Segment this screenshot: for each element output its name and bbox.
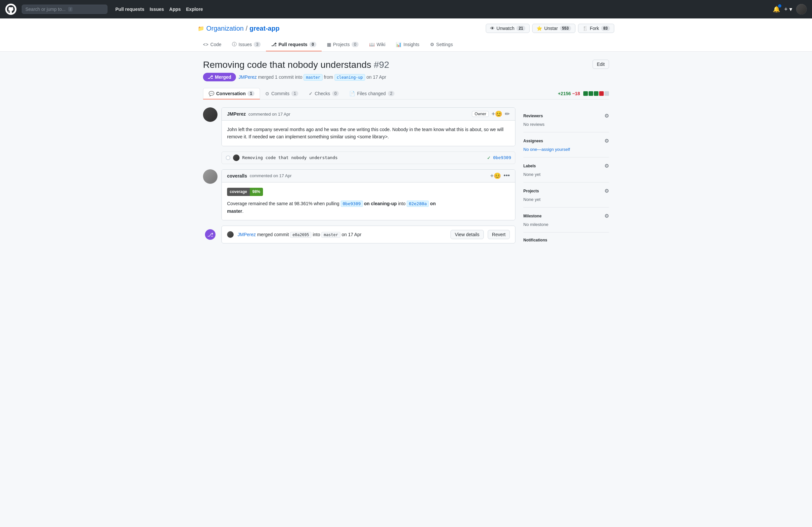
nav-apps[interactable]: Apps (169, 6, 181, 12)
diff-bar-green-2 (589, 91, 593, 96)
commit-check-icon: ✓ (488, 155, 491, 161)
merge-icon: ⎇ (208, 74, 213, 80)
comment-1-author: JMPerez (227, 111, 246, 117)
additions: +2156 (558, 91, 571, 96)
owner-badge: Owner (472, 111, 489, 117)
source-branch: cleaning-up (334, 74, 365, 81)
unwatch-button[interactable]: 👁 Unwatch 21 (486, 24, 530, 33)
target-branch: master (304, 74, 322, 81)
tab-conversation[interactable]: 💬 Conversation 1 (203, 88, 260, 100)
repo-name-link[interactable]: great-app (249, 25, 279, 32)
new-button[interactable]: + ▾ (784, 5, 792, 13)
tab-checks[interactable]: ✓ Checks 0 (304, 88, 344, 100)
tab-commits[interactable]: ⊙ Commits 1 (260, 88, 304, 100)
checks-icon: ✓ (309, 91, 313, 96)
comment-1-content: John left the company several months ago… (222, 120, 515, 146)
nav-issues[interactable]: Issues (150, 6, 164, 12)
coveralls-avatar (203, 169, 218, 184)
labels-section: Labels ⚙ None yet (523, 158, 609, 182)
view-details-button[interactable]: View details (450, 230, 483, 239)
tab-insights[interactable]: 📊 Insights (391, 38, 424, 52)
tab-projects[interactable]: ▦ Projects 0 (322, 38, 364, 52)
milestone-value: No milestone (523, 222, 548, 227)
pr-meta: ⎇ Merged JMPerez merged 1 commit into ma… (203, 73, 609, 82)
edit-comment-button[interactable]: ✏ (505, 110, 510, 118)
tab-pull-requests[interactable]: ⎇ Pull requests 0 (266, 38, 322, 52)
add-emoji-button[interactable]: +😊 (491, 110, 502, 118)
github-logo[interactable] (5, 4, 16, 15)
tab-wiki-label: Wiki (377, 42, 385, 47)
assignees-header: Assignees ⚙ (523, 138, 609, 144)
merge-author-avatar (227, 231, 234, 238)
search-kbd: / (68, 7, 72, 12)
commit-dot (226, 156, 230, 160)
tab-settings[interactable]: ⚙ Settings (425, 38, 459, 52)
revert-button[interactable]: Revert (488, 230, 510, 239)
labels-header: Labels ⚙ (523, 163, 609, 169)
repo-header: 📁 Organization / great-app 👁 Unwatch 21 … (0, 18, 812, 52)
merge-commit-text: JMPerez merged commit e0a2695 into maste… (237, 232, 447, 237)
commit-avatar (233, 155, 240, 161)
diff-bar-green-3 (594, 91, 598, 96)
more-options-button[interactable]: ••• (504, 172, 510, 179)
fork-count: 83 (601, 26, 610, 31)
unstar-button[interactable]: ⭐ Unstar 553 (532, 24, 575, 33)
tab-code[interactable]: <> Code (198, 38, 227, 52)
pr-title: Removing code that nobody understands #9… (203, 60, 389, 70)
conversation-count: 1 (247, 91, 255, 96)
diff-bar (583, 91, 609, 96)
coverage-badge: coverage 98% (227, 188, 263, 196)
coverage-value: 98% (250, 188, 263, 196)
code-icon: <> (203, 42, 208, 47)
tab-pr-label: Pull requests (278, 42, 307, 47)
notifications-button[interactable]: 🔔 (773, 5, 780, 13)
diff-bar-green-1 (583, 91, 588, 96)
nav-explore[interactable]: Explore (186, 6, 203, 12)
projects-gear[interactable]: ⚙ (604, 188, 609, 194)
search-placeholder: Search or jump to... (25, 6, 66, 12)
search-bar[interactable]: Search or jump to... / (22, 5, 107, 14)
merged-badge: ⎇ Merged (203, 73, 236, 82)
edit-button[interactable]: Edit (593, 60, 609, 69)
content-sidebar: Reviewers ⚙ No reviews Assignees ⚙ No on… (523, 107, 609, 250)
tab-issues[interactable]: ⓘ Issues 3 (227, 38, 266, 52)
org-link[interactable]: Organization (206, 25, 244, 32)
reviewers-title: Reviewers (523, 114, 543, 118)
star-count: 553 (560, 26, 571, 31)
nav-actions: 🔔 + ▾ (773, 4, 807, 14)
pr-meta-text: JMPerez merged 1 commit into master from… (238, 74, 386, 80)
pr-number: #92 (374, 60, 389, 70)
conversation-icon: 💬 (208, 91, 214, 96)
diff-bar-red (599, 91, 604, 96)
labels-gear[interactable]: ⚙ (604, 163, 609, 169)
author-link[interactable]: JMPerez (238, 74, 257, 80)
comment-2-body: coveralls commented on 17 Apr +😊 ••• cov… (221, 169, 516, 220)
projects-section: Projects ⚙ None yet (523, 182, 609, 207)
assignees-gear[interactable]: ⚙ (604, 138, 609, 144)
comment-2-author: coveralls (227, 173, 247, 178)
merge-commit: JMPerez merged commit e0a2695 into maste… (221, 225, 516, 244)
commit-hash-link[interactable]: 0be9309 (493, 155, 511, 160)
projects-header: Projects ⚙ (523, 188, 609, 194)
comment-1-body: JMPerez commented on 17 Apr Owner +😊 ✏ J… (221, 107, 516, 146)
files-count: 2 (388, 91, 395, 96)
tab-files-changed[interactable]: 📄 Files changed 2 (344, 88, 400, 100)
tab-insights-label: Insights (403, 42, 419, 47)
fork-button[interactable]: 🍴 Fork 83 (578, 24, 614, 33)
coverage-label: coverage (227, 188, 250, 196)
reviewers-gear[interactable]: ⚙ (604, 113, 609, 119)
tab-wiki[interactable]: 📖 Wiki (364, 38, 391, 52)
comment-thread-2: coveralls commented on 17 Apr +😊 ••• cov… (203, 169, 516, 220)
projects-count: 0 (352, 42, 359, 47)
milestone-gear[interactable]: ⚙ (604, 213, 609, 219)
merge-author-link[interactable]: JMPerez (237, 232, 256, 237)
merge-commit-hash: e0a2695 (290, 232, 311, 238)
add-emoji-button-2[interactable]: +😊 (490, 172, 501, 179)
avatar[interactable] (796, 4, 807, 14)
comment-2-header: coveralls commented on 17 Apr +😊 ••• (222, 170, 515, 182)
notifications-title: Notifications (523, 238, 547, 243)
comment-2-content: coverage 98% Coverage remained the same … (222, 182, 515, 220)
nav-pull-requests[interactable]: Pull requests (115, 6, 144, 12)
avatar-image (796, 4, 807, 14)
assignees-value[interactable]: No one—assign yourself (523, 147, 570, 152)
